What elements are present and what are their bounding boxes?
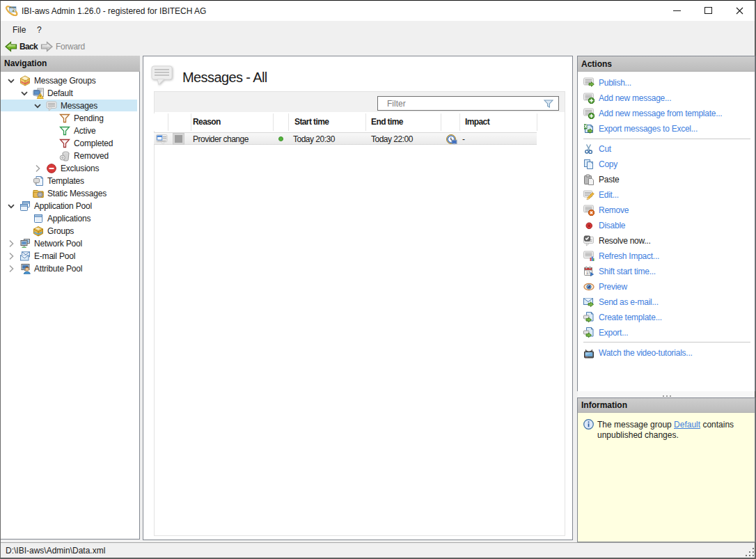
svg-text:17: 17 [586,271,590,275]
